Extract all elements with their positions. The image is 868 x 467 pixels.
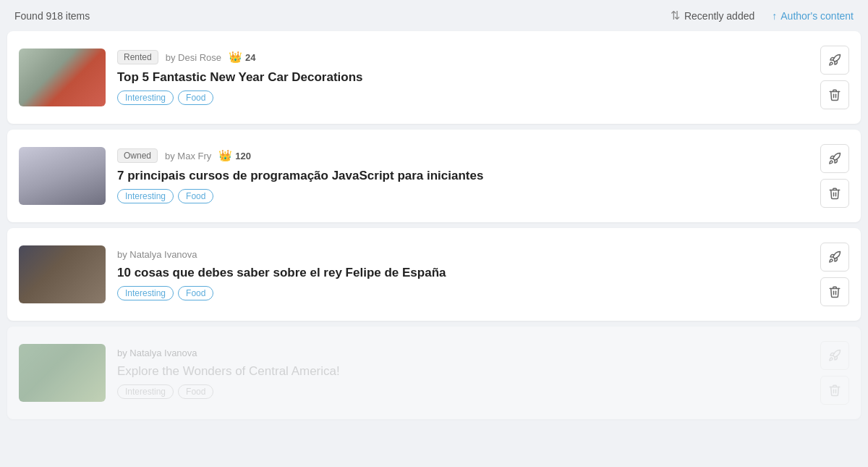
card-content: Ownedby Max Fry👑120 7 principais cursos …: [117, 148, 809, 203]
rocket-icon: [828, 251, 841, 264]
publish-button[interactable]: [820, 144, 849, 173]
content-list: Rentedby Desi Rose👑24 Top 5 Fantastic Ne…: [0, 31, 868, 419]
card-item: Ownedby Max Fry👑120 7 principais cursos …: [7, 130, 861, 222]
card-actions: [820, 341, 849, 405]
crown-icon: 👑: [229, 51, 242, 64]
crown-count: 👑120: [218, 149, 251, 162]
crown-count: 👑24: [229, 51, 255, 64]
delete-button[interactable]: [820, 277, 849, 306]
rocket-icon: [828, 152, 841, 165]
trash-icon: [828, 187, 841, 200]
arrow-icon: ↑: [772, 10, 777, 22]
card-thumbnail: [19, 147, 106, 205]
author-name: by Natalya Ivanova: [117, 249, 197, 260]
card-actions: [820, 243, 849, 306]
card-meta: Rentedby Desi Rose👑24: [117, 50, 809, 64]
tag: Interesting: [117, 384, 174, 399]
card-thumbnail: [19, 245, 106, 303]
top-bar: Found 918 items ⇅ Recently added ↑ Autho…: [0, 0, 868, 31]
card-title: 7 principais cursos de programação JavaS…: [117, 169, 809, 183]
trash-icon: [828, 88, 841, 101]
card-actions: [820, 144, 849, 208]
delete-button[interactable]: [820, 80, 849, 109]
sort-icon: ⇅: [671, 9, 680, 22]
publish-button[interactable]: [820, 46, 849, 75]
card-tags: InterestingFood: [117, 286, 809, 300]
card-title: Top 5 Fantastic New Year Car Decorations: [117, 70, 809, 85]
tag: Interesting: [117, 91, 174, 105]
tag: Food: [178, 384, 213, 399]
card-title: Explore the Wonders of Central America!: [117, 364, 809, 379]
card-item: by Natalya Ivanova 10 cosas que debes sa…: [7, 228, 861, 321]
author-content-link[interactable]: ↑ Author's content: [772, 10, 854, 22]
rocket-icon: [828, 349, 841, 362]
status-badge: Owned: [117, 148, 158, 163]
author-name: by Max Fry: [165, 151, 211, 161]
card-meta: by Natalya Ivanova: [117, 249, 809, 260]
card-item: Rentedby Desi Rose👑24 Top 5 Fantastic Ne…: [7, 31, 861, 124]
delete-button[interactable]: [820, 376, 849, 405]
trash-icon: [828, 384, 841, 397]
card-content: by Natalya Ivanova Explore the Wonders o…: [117, 348, 809, 399]
card-actions: [820, 46, 849, 109]
sort-recently-added[interactable]: ⇅ Recently added: [671, 9, 754, 22]
tag: Food: [178, 189, 213, 203]
top-bar-right: ⇅ Recently added ↑ Author's content: [671, 9, 854, 22]
sort-label: Recently added: [684, 10, 754, 22]
card-content: Rentedby Desi Rose👑24 Top 5 Fantastic Ne…: [117, 50, 809, 105]
card-content: by Natalya Ivanova 10 cosas que debes sa…: [117, 249, 809, 300]
tag: Interesting: [117, 286, 174, 300]
tag: Food: [178, 286, 213, 300]
card-thumbnail: [19, 344, 106, 402]
card-title: 10 cosas que debes saber sobre el rey Fe…: [117, 266, 809, 280]
crown-icon: 👑: [218, 149, 232, 162]
author-content-label: Author's content: [780, 10, 854, 22]
delete-button[interactable]: [820, 179, 849, 208]
trash-icon: [828, 285, 841, 298]
found-count: Found 918 items: [14, 10, 90, 22]
publish-button[interactable]: [820, 243, 849, 272]
card-thumbnail: [19, 49, 106, 106]
tag: Interesting: [117, 189, 174, 203]
card-meta: Ownedby Max Fry👑120: [117, 148, 809, 163]
author-name: by Desi Rose: [166, 52, 221, 63]
card-tags: InterestingFood: [117, 384, 809, 399]
author-name: by Natalya Ivanova: [117, 348, 197, 358]
card-tags: InterestingFood: [117, 91, 809, 105]
card-tags: InterestingFood: [117, 189, 809, 203]
card-meta: by Natalya Ivanova: [117, 348, 809, 358]
card-item: by Natalya Ivanova Explore the Wonders o…: [7, 327, 861, 419]
rocket-icon: [828, 54, 841, 67]
status-badge: Rented: [117, 50, 158, 64]
publish-button[interactable]: [820, 341, 849, 370]
tag: Food: [178, 91, 213, 105]
